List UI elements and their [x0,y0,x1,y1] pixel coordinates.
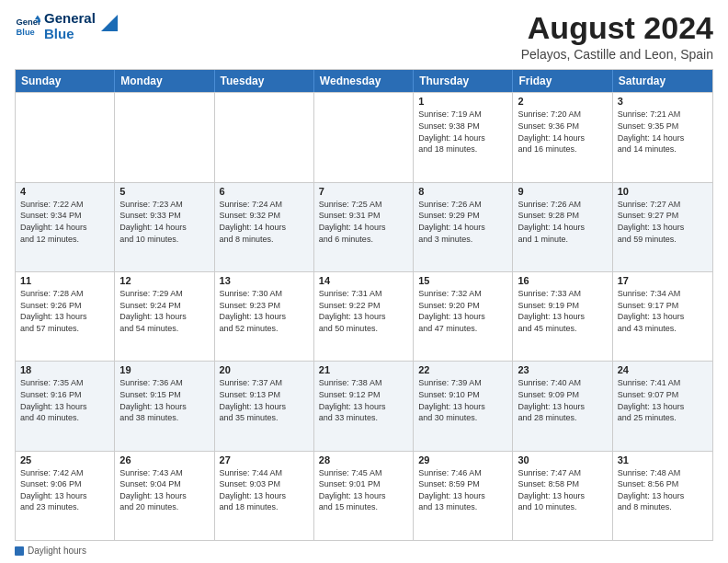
cal-header-day-wednesday: Wednesday [314,70,414,92]
cal-cell: 13Sunrise: 7:30 AM Sunset: 9:23 PM Dayli… [215,272,314,361]
cal-cell: 14Sunrise: 7:31 AM Sunset: 9:22 PM Dayli… [314,272,414,361]
cal-cell [16,93,115,181]
cal-cell: 15Sunrise: 7:32 AM Sunset: 9:20 PM Dayli… [414,272,513,361]
day-number: 24 [618,364,708,375]
cal-header-day-tuesday: Tuesday [215,70,314,92]
day-number: 2 [518,96,607,107]
day-number: 19 [119,364,209,375]
day-info: Sunrise: 7:40 AM Sunset: 9:09 PM Dayligh… [518,377,607,423]
day-info: Sunrise: 7:39 AM Sunset: 9:10 PM Dayligh… [418,377,507,423]
logo-line1: General [44,11,96,27]
cal-cell: 17Sunrise: 7:34 AM Sunset: 9:17 PM Dayli… [613,272,712,361]
cal-cell: 4Sunrise: 7:22 AM Sunset: 9:34 PM Daylig… [16,183,115,271]
day-number: 27 [220,454,309,465]
logo-icon: General Blue [15,14,40,40]
title-block: August 2024 Pelayos, Castille and Leon, … [521,11,713,62]
day-info: Sunrise: 7:45 AM Sunset: 9:01 PM Dayligh… [319,467,408,513]
subtitle: Pelayos, Castille and Leon, Spain [521,47,713,62]
day-number: 22 [418,364,507,375]
day-info: Sunrise: 7:21 AM Sunset: 9:35 PM Dayligh… [618,109,708,155]
cal-cell: 24Sunrise: 7:41 AM Sunset: 9:07 PM Dayli… [613,362,712,450]
footer-label: Daylight hours [28,546,86,556]
day-info: Sunrise: 7:23 AM Sunset: 9:33 PM Dayligh… [119,199,209,245]
cal-header-day-monday: Monday [115,70,214,92]
day-info: Sunrise: 7:22 AM Sunset: 9:34 PM Dayligh… [20,199,109,245]
day-info: Sunrise: 7:31 AM Sunset: 9:22 PM Dayligh… [319,288,408,334]
logo-line2: Blue [44,27,96,42]
day-info: Sunrise: 7:28 AM Sunset: 9:26 PM Dayligh… [20,288,109,334]
cal-cell: 10Sunrise: 7:27 AM Sunset: 9:27 PM Dayli… [613,183,712,271]
day-number: 11 [20,275,109,286]
day-info: Sunrise: 7:26 AM Sunset: 9:28 PM Dayligh… [518,199,607,245]
day-number: 30 [518,454,607,465]
calendar-body: 1Sunrise: 7:19 AM Sunset: 9:38 PM Daylig… [16,92,712,540]
day-number: 15 [418,275,507,286]
calendar-header: SundayMondayTuesdayWednesdayThursdayFrid… [16,70,712,92]
day-number: 26 [119,454,209,465]
logo: General Blue General Blue [15,11,118,41]
day-info: Sunrise: 7:30 AM Sunset: 9:23 PM Dayligh… [220,288,309,334]
day-number: 8 [418,186,507,197]
cal-cell: 2Sunrise: 7:20 AM Sunset: 9:36 PM Daylig… [513,93,612,181]
day-info: Sunrise: 7:26 AM Sunset: 9:29 PM Dayligh… [418,199,507,245]
cal-cell: 19Sunrise: 7:36 AM Sunset: 9:15 PM Dayli… [115,362,214,450]
cal-header-day-sunday: Sunday [16,70,115,92]
day-number: 3 [618,96,708,107]
day-number: 13 [220,275,309,286]
day-info: Sunrise: 7:27 AM Sunset: 9:27 PM Dayligh… [618,199,708,245]
day-number: 29 [418,454,507,465]
cal-cell: 26Sunrise: 7:43 AM Sunset: 9:04 PM Dayli… [115,452,214,540]
day-info: Sunrise: 7:24 AM Sunset: 9:32 PM Dayligh… [220,199,309,245]
header: General Blue General Blue August 2024 Pe… [15,11,713,62]
cal-cell: 11Sunrise: 7:28 AM Sunset: 9:26 PM Dayli… [16,272,115,361]
day-number: 10 [618,186,708,197]
day-info: Sunrise: 7:37 AM Sunset: 9:13 PM Dayligh… [220,377,309,423]
day-number: 31 [618,454,708,465]
day-info: Sunrise: 7:19 AM Sunset: 9:38 PM Dayligh… [418,109,507,155]
day-info: Sunrise: 7:42 AM Sunset: 9:06 PM Dayligh… [20,467,109,513]
day-number: 1 [418,96,507,107]
day-number: 4 [20,186,109,197]
day-info: Sunrise: 7:46 AM Sunset: 8:59 PM Dayligh… [418,467,507,513]
cal-cell [215,93,314,181]
cal-week-1: 1Sunrise: 7:19 AM Sunset: 9:38 PM Daylig… [16,92,712,181]
cal-cell: 29Sunrise: 7:46 AM Sunset: 8:59 PM Dayli… [414,452,513,540]
day-info: Sunrise: 7:43 AM Sunset: 9:04 PM Dayligh… [119,467,209,513]
cal-cell: 27Sunrise: 7:44 AM Sunset: 9:03 PM Dayli… [215,452,314,540]
main-title: August 2024 [521,11,713,45]
day-info: Sunrise: 7:33 AM Sunset: 9:19 PM Dayligh… [518,288,607,334]
footer: Daylight hours [15,546,713,556]
day-info: Sunrise: 7:32 AM Sunset: 9:20 PM Dayligh… [418,288,507,334]
cal-cell: 28Sunrise: 7:45 AM Sunset: 9:01 PM Dayli… [314,452,414,540]
cal-cell: 8Sunrise: 7:26 AM Sunset: 9:29 PM Daylig… [414,183,513,271]
day-number: 6 [220,186,309,197]
cal-cell: 9Sunrise: 7:26 AM Sunset: 9:28 PM Daylig… [513,183,612,271]
day-info: Sunrise: 7:47 AM Sunset: 8:58 PM Dayligh… [518,467,607,513]
day-number: 28 [319,454,408,465]
cal-header-day-friday: Friday [513,70,612,92]
day-info: Sunrise: 7:41 AM Sunset: 9:07 PM Dayligh… [618,377,708,423]
cal-cell: 20Sunrise: 7:37 AM Sunset: 9:13 PM Dayli… [215,362,314,450]
page: General Blue General Blue August 2024 Pe… [0,0,728,563]
cal-cell: 6Sunrise: 7:24 AM Sunset: 9:32 PM Daylig… [215,183,314,271]
day-number: 25 [20,454,109,465]
day-number: 23 [518,364,607,375]
cal-cell: 1Sunrise: 7:19 AM Sunset: 9:38 PM Daylig… [414,93,513,181]
cal-cell: 21Sunrise: 7:38 AM Sunset: 9:12 PM Dayli… [314,362,414,450]
day-number: 5 [119,186,209,197]
cal-week-5: 25Sunrise: 7:42 AM Sunset: 9:06 PM Dayli… [16,451,712,540]
cal-cell: 23Sunrise: 7:40 AM Sunset: 9:09 PM Dayli… [513,362,612,450]
day-number: 9 [518,186,607,197]
calendar: SundayMondayTuesdayWednesdayThursdayFrid… [15,69,713,541]
cal-cell: 30Sunrise: 7:47 AM Sunset: 8:58 PM Dayli… [513,452,612,540]
day-number: 7 [319,186,408,197]
day-info: Sunrise: 7:48 AM Sunset: 8:56 PM Dayligh… [618,467,708,513]
day-info: Sunrise: 7:34 AM Sunset: 9:17 PM Dayligh… [618,288,708,334]
cal-week-2: 4Sunrise: 7:22 AM Sunset: 9:34 PM Daylig… [16,182,712,271]
cal-cell: 3Sunrise: 7:21 AM Sunset: 9:35 PM Daylig… [613,93,712,181]
day-number: 18 [20,364,109,375]
svg-text:Blue: Blue [17,28,35,37]
cal-cell [115,93,214,181]
cal-header-day-thursday: Thursday [414,70,513,92]
cal-cell: 31Sunrise: 7:48 AM Sunset: 8:56 PM Dayli… [613,452,712,540]
